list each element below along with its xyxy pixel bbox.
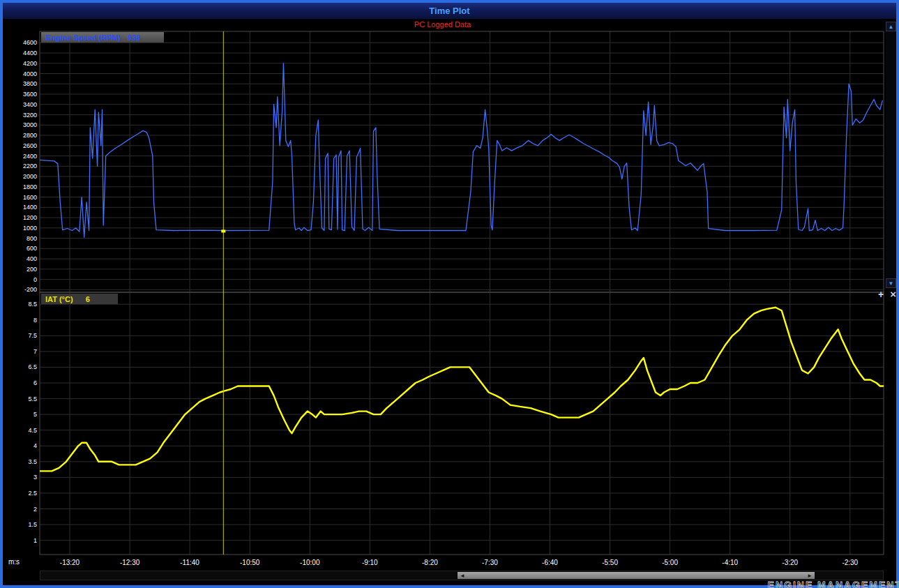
engine-speed-series-chip[interactable]: Engine Speed (RPM) 938 [41,32,164,43]
iat-c-pane: 8.587.576.565.554.543.532.521.51 [28,292,884,555]
y-tick-label: 7.5 [28,332,37,339]
y-tick-label: 2400 [23,153,37,160]
window-title: Time Plot [429,6,469,16]
y-tick-label: 1.5 [28,521,37,528]
y-tick-label: 1000 [23,225,37,232]
scroll-right-icon: ► [807,573,813,579]
time-plot-canvas[interactable]: 4600440042004000380036003400320030002800… [0,0,899,588]
y-tick-label: 1800 [23,183,37,190]
x-tick-label: -3:20 [782,559,798,566]
engine-management-watermark: ENGINE MANAGEMENT [768,580,899,588]
y-tick-label: 8 [33,317,37,324]
y-tick-label: 800 [27,235,37,242]
close-icon[interactable]: × [890,289,896,299]
x-tick-label: -12:30 [120,559,140,566]
y-tick-label: 4 [33,442,37,449]
x-tick-label: -4:10 [722,559,738,566]
iat-cursor-value: 6 [86,295,90,303]
x-tick-label: -9:10 [362,559,378,566]
y-tick-label: 2200 [23,163,37,169]
y-tick-label: 0 [33,276,37,283]
y-tick-label: 2 [33,506,37,513]
x-tick-label: -6:40 [542,559,558,566]
pane-border [40,31,884,292]
y-tick-label: 3400 [23,101,37,108]
y-tick-label: 5.5 [28,395,37,402]
pc-logged-data-label: PC Logged Data [0,20,885,29]
iat-series-chip[interactable]: IAT (°C) 6 [41,294,118,304]
x-tick-label: -7:30 [482,559,498,566]
y-tick-label: 1200 [23,214,37,221]
y-tick-label: 400 [27,255,37,262]
y-tick-label: 8.5 [28,301,37,308]
y-tick-label: 1 [33,537,37,544]
title-bar[interactable]: Time Plot [3,3,896,19]
y-tick-label: 4200 [23,60,37,67]
y-tick-label: 1600 [23,194,37,201]
y-tick-label: 6.5 [28,363,37,370]
cursor-marker [221,229,225,232]
x-tick-label: -8:20 [422,559,438,566]
y-tick-label: 600 [27,245,37,252]
x-axis-unit-label: m:s [8,558,20,566]
y-tick-label: 4.5 [28,427,37,434]
x-tick-label: -13:20 [60,559,80,566]
y-tick-label: 5 [33,411,37,418]
y-tick-label: 1400 [23,204,37,211]
pane-border [40,292,884,555]
horizontal-scrollbar[interactable]: ◄ ► [40,571,884,580]
y-tick-label: 2000 [23,173,37,180]
engine-speed-cursor-value: 938 [128,33,140,42]
y-tick-label: 3600 [23,91,37,98]
x-tick-label: -5:50 [602,559,618,566]
x-tick-label: -10:00 [300,559,320,566]
iat-series-label: IAT (°C) [45,295,73,303]
y-tick-label: 2600 [23,142,37,149]
y-tick-label: 2.5 [28,490,37,497]
y-tick-label: -200 [24,286,37,293]
y-tick-label: 4000 [23,70,37,77]
y-tick-label: 3 [33,474,37,481]
engine-speed-series-label: Engine Speed (RPM) [45,33,121,42]
move-icon[interactable]: + [878,289,884,299]
y-tick-label: 4400 [23,50,37,56]
y-tick-label: 7 [33,348,37,355]
horizontal-scrollbar-thumb[interactable]: ◄ ► [458,572,815,579]
y-tick-label: 3800 [23,80,37,87]
y-tick-label: 3000 [23,121,37,128]
y-tick-label: 3200 [23,112,37,119]
y-tick-label: 2800 [23,132,37,139]
x-tick-label: -2:30 [842,559,858,566]
engine-speed-rpm-pane: 4600440042004000380036003400320030002800… [23,31,884,293]
time-plot-window: 4600440042004000380036003400320030002800… [0,0,899,588]
y-tick-label: 6 [33,379,37,386]
engine-speed-rpm-trace [40,63,882,237]
iat-c-trace [40,308,884,472]
y-tick-label: 3.5 [28,458,37,465]
y-tick-label: 200 [27,266,37,273]
x-tick-label: -11:40 [180,559,199,566]
scroll-left-icon: ◄ [460,573,465,579]
y-tick-label: 4600 [23,39,37,46]
x-tick-label: -10:50 [240,559,260,566]
x-tick-label: -5:00 [662,559,678,566]
